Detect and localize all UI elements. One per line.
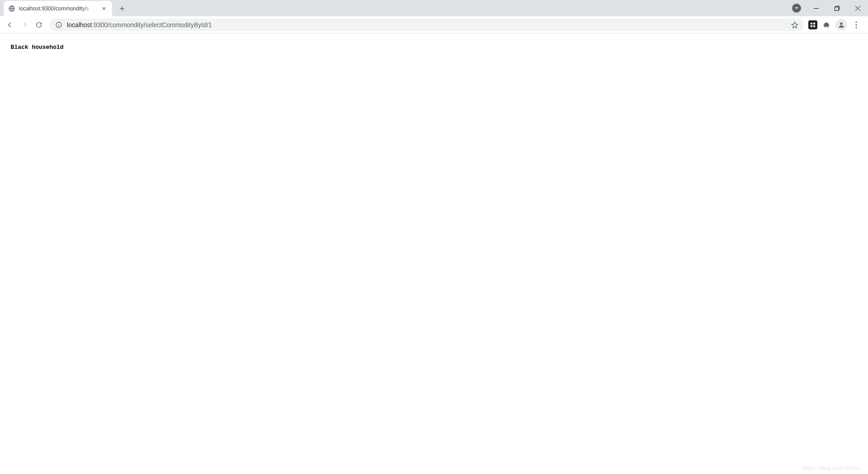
svg-rect-5	[811, 25, 812, 27]
response-text: Black household	[11, 44, 64, 51]
svg-point-10	[855, 27, 857, 28]
profile-avatar-icon[interactable]	[835, 19, 847, 31]
address-bar[interactable]: localhost:9300/commondity/selectCommodit…	[50, 19, 804, 31]
close-window-button[interactable]	[847, 0, 868, 16]
account-indicator-icon[interactable]	[792, 4, 801, 13]
tab-bar: localhost:9300/commondity/s	[0, 0, 868, 16]
globe-icon	[8, 5, 15, 12]
kebab-menu-icon[interactable]	[850, 19, 863, 31]
reload-button[interactable]	[33, 19, 45, 31]
forward-button[interactable]	[18, 19, 31, 31]
site-info-icon[interactable]	[55, 21, 62, 28]
tab-title: localhost:9300/commondity/s	[19, 5, 97, 12]
maximize-button[interactable]	[826, 0, 847, 16]
svg-point-7	[840, 22, 842, 24]
new-tab-button[interactable]	[116, 2, 128, 15]
close-tab-button[interactable]	[100, 5, 108, 12]
minimize-button[interactable]	[806, 0, 826, 16]
url-port: :9300	[92, 21, 108, 28]
svg-rect-6	[813, 25, 815, 27]
svg-point-8	[855, 21, 857, 23]
url-text: localhost:9300/commondity/selectCommodit…	[67, 21, 787, 28]
svg-rect-3	[811, 23, 812, 24]
svg-rect-1	[835, 7, 838, 10]
url-host: localhost	[67, 21, 92, 28]
svg-point-9	[855, 24, 857, 25]
extensions-puzzle-icon[interactable]	[820, 19, 833, 31]
browser-toolbar: localhost:9300/commondity/selectCommodit…	[0, 16, 868, 33]
extension-icon[interactable]	[808, 20, 817, 29]
back-button[interactable]	[4, 19, 16, 31]
page-body: Black household	[0, 33, 868, 54]
svg-rect-4	[813, 23, 815, 24]
window-controls	[792, 0, 868, 16]
bookmark-star-icon[interactable]	[791, 21, 798, 28]
url-path: /commondity/selectCommodityById/1	[108, 21, 212, 28]
watermark-text: https://blog.csdn.net/w...	[803, 465, 863, 471]
browser-tab[interactable]: localhost:9300/commondity/s	[4, 1, 112, 16]
toolbar-right	[808, 19, 864, 31]
